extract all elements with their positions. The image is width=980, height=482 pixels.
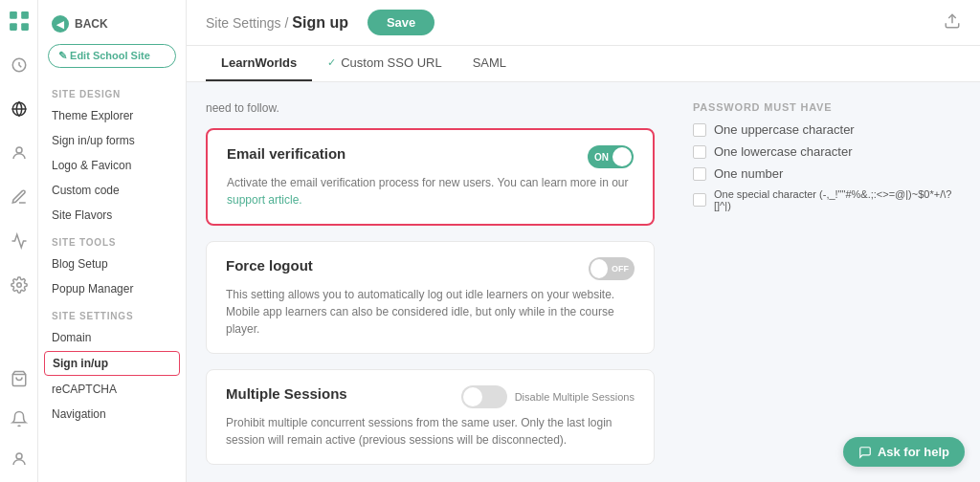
edit-school-button[interactable]: ✎ Edit School Site <box>48 44 176 68</box>
site-settings-label: SITE SETTINGS <box>38 301 186 325</box>
toggle-knob <box>612 147 632 166</box>
sidebar-item-site-flavors[interactable]: Site Flavors <box>38 203 186 228</box>
svg-point-7 <box>16 283 21 288</box>
svg-point-6 <box>16 147 22 153</box>
breadcrumb-separator: / <box>285 15 289 31</box>
force-logout-desc: This setting allows you to automatically… <box>226 286 635 338</box>
multiple-sessions-toggle-switch[interactable] <box>461 385 507 408</box>
pwd-label-special: One special character (-,_!""#%&.;:<>=@|… <box>714 188 961 211</box>
tab-learnworlds[interactable]: LearnWorlds <box>206 46 312 81</box>
email-verification-toggle[interactable]: ON <box>588 145 634 168</box>
multiple-sessions-label: Disable Multiple Sessions <box>515 391 635 403</box>
svg-rect-0 <box>10 11 17 19</box>
ask-help-button[interactable]: Ask for help <box>843 437 965 467</box>
svg-rect-2 <box>10 23 17 31</box>
pwd-item-uppercase: One uppercase character <box>693 122 961 137</box>
sidebar-item-signin-forms[interactable]: Sign in/up forms <box>38 128 186 153</box>
tabs-bar: LearnWorlds ✓ Custom SSO URL SAML <box>187 46 980 82</box>
nav-user-icon[interactable] <box>6 140 33 166</box>
multiple-sessions-desc: Prohibit multiple concurrent sessions fr… <box>226 414 635 449</box>
pwd-label-uppercase: One uppercase character <box>714 122 855 137</box>
tab-saml-label: SAML <box>473 55 506 70</box>
breadcrumb-current: Sign up <box>292 14 348 31</box>
sidebar-item-logo-favicon[interactable]: Logo & Favicon <box>38 153 186 178</box>
toggle-off-label: OFF <box>612 264 629 274</box>
toggle-on-label: ON <box>594 152 609 163</box>
icon-bar <box>0 0 38 482</box>
force-logout-header: Force logout OFF <box>226 257 635 280</box>
pwd-label-number: One number <box>714 166 783 181</box>
svg-point-9 <box>16 453 22 459</box>
tab-custom-sso[interactable]: ✓ Custom SSO URL <box>312 46 457 81</box>
nav-bell-icon[interactable] <box>6 405 33 432</box>
email-verification-header: Email verification ON <box>227 145 634 168</box>
email-verification-desc: Activate the email verification process … <box>227 174 634 208</box>
pwd-item-special: One special character (-,_!""#%&.;:<>=@|… <box>693 188 961 211</box>
app-logo <box>6 8 33 34</box>
sidebar: ◀ BACK ✎ Edit School Site SITE DESIGN Th… <box>38 0 187 482</box>
sidebar-item-custom-code[interactable]: Custom code <box>38 178 186 203</box>
breadcrumb-parent: Site Settings <box>206 15 281 31</box>
content-area: need to follow. Email verification ON Ac… <box>187 82 980 482</box>
tab-learnworlds-label: LearnWorlds <box>221 55 297 70</box>
sidebar-item-popup-manager[interactable]: Popup Manager <box>38 276 186 301</box>
main-content: Site Settings / Sign up Save LearnWorlds… <box>187 0 980 482</box>
force-logout-toggle-switch[interactable]: OFF <box>589 257 635 280</box>
multiple-sessions-knob <box>463 387 482 406</box>
pwd-checkbox-special[interactable] <box>693 193 706 207</box>
main-header: Site Settings / Sign up Save <box>187 0 980 46</box>
svg-rect-3 <box>21 23 29 31</box>
tab-saml[interactable]: SAML <box>457 46 522 81</box>
sidebar-item-recaptcha[interactable]: reCAPTCHA <box>38 377 186 402</box>
settings-cards: need to follow. Email verification ON Ac… <box>206 101 655 463</box>
email-verification-toggle-switch[interactable]: ON <box>588 145 634 168</box>
save-button[interactable]: Save <box>368 10 434 35</box>
back-button[interactable]: ◀ BACK <box>38 10 186 38</box>
force-logout-title: Force logout <box>226 257 313 274</box>
force-logout-card: Force logout OFF This setting allows you… <box>206 241 655 354</box>
email-verification-title: Email verification <box>227 145 345 162</box>
tab-check-icon: ✓ <box>327 56 336 69</box>
nav-chart-icon[interactable] <box>6 228 33 254</box>
multiple-sessions-card: Multiple Sessions Disable Multiple Sessi… <box>206 369 655 465</box>
pwd-item-number: One number <box>693 166 961 181</box>
pwd-checkbox-lowercase[interactable] <box>693 145 706 159</box>
breadcrumb: Site Settings / Sign up <box>206 14 348 32</box>
support-article-link[interactable]: support article. <box>227 193 302 207</box>
pwd-checkbox-number[interactable] <box>693 167 706 181</box>
multiple-sessions-header: Multiple Sessions Disable Multiple Sessi… <box>226 385 635 408</box>
back-label: BACK <box>75 17 108 31</box>
pwd-label-lowercase: One lowercase character <box>714 144 853 159</box>
force-logout-toggle[interactable]: OFF <box>589 257 635 280</box>
export-icon[interactable] <box>944 12 961 33</box>
password-must-have-label: PASSWORD MUST HAVE <box>693 101 961 113</box>
multiple-sessions-title: Multiple Sessions <box>226 385 347 402</box>
sidebar-item-blog-setup[interactable]: Blog Setup <box>38 252 186 276</box>
multiple-sessions-toggle[interactable]: Disable Multiple Sessions <box>461 385 635 408</box>
sidebar-item-domain[interactable]: Domain <box>38 325 186 350</box>
sidebar-item-navigation[interactable]: Navigation <box>38 402 186 427</box>
chat-icon <box>858 446 872 459</box>
sidebar-item-signin[interactable]: Sign in/up <box>44 351 180 376</box>
site-tools-label: SITE TOOLS <box>38 228 186 252</box>
sidebar-item-theme-explorer[interactable]: Theme Explorer <box>38 103 186 128</box>
force-logout-knob <box>590 259 608 278</box>
email-verification-card: Email verification ON Activate the email… <box>206 128 655 226</box>
nav-gear-icon[interactable] <box>6 272 33 298</box>
nav-bag-icon[interactable] <box>6 365 33 392</box>
pwd-item-lowercase: One lowercase character <box>693 144 961 159</box>
pwd-checkbox-uppercase[interactable] <box>693 123 706 137</box>
tab-custom-sso-label: Custom SSO URL <box>341 55 441 70</box>
nav-pencil-icon[interactable] <box>6 184 33 210</box>
intro-text: need to follow. <box>206 101 655 115</box>
back-icon: ◀ <box>52 15 69 33</box>
nav-home-icon[interactable] <box>6 52 33 78</box>
site-design-label: SITE DESIGN <box>38 79 186 103</box>
nav-globe-icon[interactable] <box>6 96 33 122</box>
svg-rect-1 <box>21 11 29 19</box>
nav-person-icon[interactable] <box>6 446 33 472</box>
ask-help-label: Ask for help <box>878 445 949 459</box>
password-requirements: PASSWORD MUST HAVE One uppercase charact… <box>693 101 961 463</box>
